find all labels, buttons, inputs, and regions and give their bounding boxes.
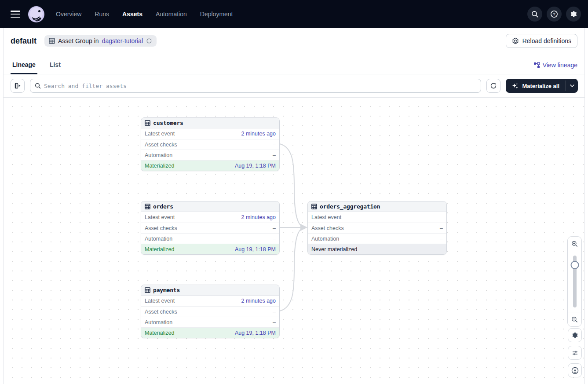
asset-node-orders-aggregation[interactable]: orders_aggregation Latest event Asset ch… bbox=[307, 201, 447, 255]
nav-item-assets[interactable]: Assets bbox=[122, 11, 142, 18]
refresh-icon[interactable] bbox=[146, 38, 152, 44]
asset-node-orders[interactable]: orders Latest event 2 minutes ago Asset … bbox=[141, 201, 280, 255]
asset-checks-row: Asset checks – bbox=[141, 139, 279, 150]
tab-lineage[interactable]: Lineage bbox=[11, 61, 37, 74]
nav-item-runs[interactable]: Runs bbox=[95, 11, 109, 18]
hamburger-menu-icon[interactable] bbox=[11, 11, 20, 18]
asset-search-bar bbox=[30, 79, 481, 93]
recenter-graph-button[interactable] bbox=[568, 363, 582, 377]
tabs-row: Lineage List View lineage bbox=[4, 54, 584, 74]
settings-button[interactable] bbox=[566, 7, 581, 22]
view-lineage-label: View lineage bbox=[543, 62, 577, 69]
latest-event-link[interactable]: 2 minutes ago bbox=[241, 214, 276, 220]
nav-item-deployment[interactable]: Deployment bbox=[200, 11, 233, 18]
help-button[interactable]: ? bbox=[547, 7, 562, 22]
automation-row: Automation – bbox=[308, 233, 446, 244]
sliders-icon bbox=[572, 350, 578, 356]
top-nav: Overview Runs Assets Automation Deployme… bbox=[0, 0, 588, 28]
row-value: – bbox=[273, 152, 276, 158]
nav-items: Overview Runs Assets Automation Deployme… bbox=[56, 11, 233, 18]
materialization-status-row: Never materialized bbox=[308, 244, 446, 254]
asset-name: orders_aggregation bbox=[320, 203, 380, 210]
row-label: Automation bbox=[311, 236, 339, 242]
badge-prefix: Asset Group in bbox=[58, 37, 99, 44]
search-input[interactable] bbox=[44, 83, 476, 89]
materialization-status-row: Materialized Aug 19, 1:18 PM bbox=[141, 244, 279, 254]
asset-node-customers[interactable]: customers Latest event 2 minutes ago Ass… bbox=[141, 117, 280, 171]
zoom-out-button[interactable] bbox=[568, 312, 581, 326]
lineage-edges bbox=[4, 98, 584, 384]
latest-event-link[interactable]: 2 minutes ago bbox=[241, 298, 276, 304]
circle-down-arrow-icon bbox=[571, 367, 579, 374]
latest-event-row: Latest event bbox=[308, 212, 446, 223]
reload-definitions-button[interactable]: Reload definitions bbox=[506, 34, 577, 48]
search-icon bbox=[35, 83, 41, 89]
table-icon bbox=[49, 38, 55, 44]
zoom-slider-thumb[interactable] bbox=[570, 261, 579, 269]
automation-row: Automation – bbox=[141, 317, 279, 327]
gear-icon bbox=[570, 10, 577, 18]
materialization-time-link[interactable]: Aug 19, 1:18 PM bbox=[235, 246, 276, 252]
asset-checks-row: Asset checks – bbox=[141, 306, 279, 317]
table-icon bbox=[145, 120, 150, 126]
latest-event-row: Latest event 2 minutes ago bbox=[141, 212, 279, 223]
zoom-slider[interactable] bbox=[568, 251, 581, 312]
latest-event-link[interactable]: 2 minutes ago bbox=[241, 131, 276, 137]
row-label: Automation bbox=[145, 319, 172, 325]
svg-text:?: ? bbox=[553, 11, 555, 16]
dagster-logo[interactable] bbox=[28, 6, 44, 22]
refresh-assets-button[interactable] bbox=[486, 79, 500, 93]
search-button[interactable] bbox=[527, 7, 542, 22]
materialize-options-caret[interactable] bbox=[566, 79, 578, 93]
materialization-time-link[interactable]: Aug 19, 1:18 PM bbox=[235, 330, 276, 336]
expand-sidebar-button[interactable] bbox=[11, 79, 25, 93]
asset-node-payments[interactable]: payments Latest event 2 minutes ago Asse… bbox=[141, 285, 280, 338]
zoom-in-button[interactable] bbox=[568, 237, 581, 251]
row-label: Latest event bbox=[311, 214, 341, 220]
tab-list[interactable]: List bbox=[48, 61, 62, 74]
code-location-reload-icon bbox=[512, 37, 519, 44]
code-location-link[interactable]: dagster-tutorial bbox=[102, 37, 143, 44]
status-label: Materialized bbox=[145, 246, 174, 252]
asset-node-header: orders bbox=[141, 201, 279, 212]
table-icon bbox=[145, 204, 150, 209]
row-label: Latest event bbox=[145, 298, 175, 304]
materialize-all-button[interactable]: Materialize all bbox=[506, 79, 566, 93]
row-label: Latest event bbox=[145, 214, 175, 220]
view-lineage-link[interactable]: View lineage bbox=[533, 62, 577, 74]
materialization-time-link[interactable]: Aug 19, 1:18 PM bbox=[235, 163, 276, 169]
search-icon bbox=[531, 11, 539, 18]
octopus-icon bbox=[28, 6, 44, 22]
automation-row: Automation – bbox=[141, 233, 279, 244]
table-icon bbox=[145, 287, 150, 293]
row-label: Automation bbox=[145, 236, 172, 242]
materialization-status-row: Materialized Aug 19, 1:18 PM bbox=[141, 160, 279, 171]
lineage-graph-canvas[interactable]: customers Latest event 2 minutes ago Ass… bbox=[4, 98, 584, 384]
row-value: – bbox=[273, 309, 276, 315]
nav-item-overview[interactable]: Overview bbox=[56, 11, 81, 18]
graph-filters-button[interactable] bbox=[568, 346, 582, 360]
row-value: – bbox=[273, 225, 276, 231]
nav-item-automation[interactable]: Automation bbox=[156, 11, 187, 18]
asset-checks-row: Asset checks – bbox=[141, 223, 279, 233]
graph-settings-button[interactable] bbox=[568, 328, 582, 342]
page-title: default bbox=[11, 37, 37, 46]
gear-icon bbox=[571, 332, 578, 339]
status-label: Materialized bbox=[145, 330, 174, 336]
row-label: Asset checks bbox=[311, 225, 344, 231]
row-label: Automation bbox=[145, 152, 172, 158]
table-icon bbox=[311, 204, 317, 209]
row-value: – bbox=[273, 236, 276, 242]
asset-name: orders bbox=[153, 203, 173, 210]
materialization-status-row: Materialized Aug 19, 1:18 PM bbox=[141, 327, 279, 338]
reload-definitions-label: Reload definitions bbox=[522, 37, 571, 44]
chevron-down-icon bbox=[570, 84, 574, 87]
materialize-all-split-button: Materialize all bbox=[506, 79, 578, 93]
latest-event-row: Latest event 2 minutes ago bbox=[141, 128, 279, 139]
row-value: – bbox=[440, 225, 443, 231]
asset-node-header: customers bbox=[141, 118, 279, 128]
asset-checks-row: Asset checks – bbox=[308, 223, 446, 233]
header-actions: Reload definitions bbox=[506, 34, 577, 48]
zoom-control-group bbox=[567, 236, 582, 327]
row-label: Latest event bbox=[145, 131, 175, 137]
